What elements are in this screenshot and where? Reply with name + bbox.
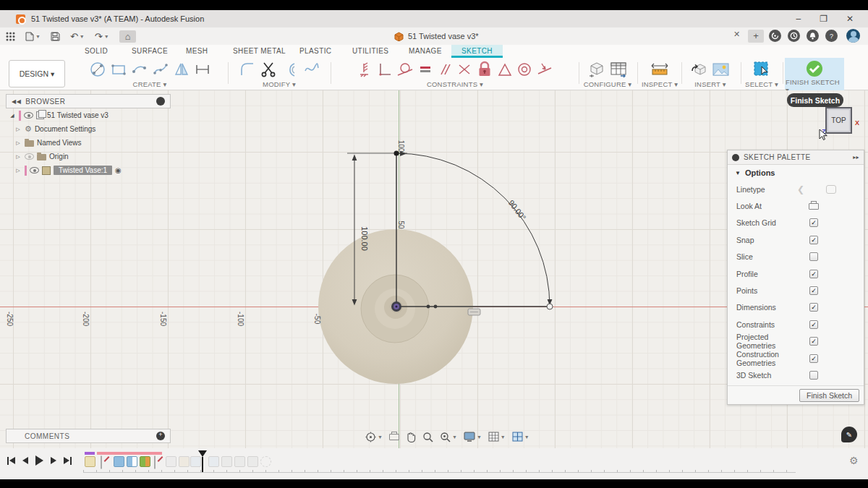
timeline-feature-suppressed-5[interactable] <box>221 456 232 467</box>
sketch-dimension-icon[interactable] <box>194 61 211 78</box>
browser-item-origin[interactable]: ▷ Origin <box>6 150 171 163</box>
section-caret-icon[interactable]: ▼ <box>735 170 741 176</box>
home-view-icon[interactable]: ⌂ <box>119 30 137 43</box>
timeline-feature-suppressed-4[interactable] <box>208 456 219 467</box>
timeline-feature-suppressed-1[interactable] <box>166 456 176 467</box>
tab-sketch[interactable]: SKETCH <box>451 45 503 58</box>
fix-lock-constraint-icon[interactable] <box>476 60 493 79</box>
browser-item-label[interactable]: Document Settings <box>35 125 96 133</box>
browser-item-label[interactable]: 51 Twisted vase v3 <box>47 111 109 119</box>
tab-sheet-metal[interactable]: SHEET METAL <box>223 45 296 58</box>
redo-icon[interactable]: ↷▼ <box>95 31 109 42</box>
concentric-constraint-icon[interactable] <box>516 61 532 77</box>
tab-solid[interactable]: SOLID <box>75 45 118 58</box>
zoom-icon[interactable] <box>422 432 433 442</box>
play-icon[interactable] <box>35 455 43 466</box>
close-button[interactable]: ✕ <box>846 14 854 24</box>
job-status-icon[interactable] <box>788 30 800 42</box>
configure-group-label[interactable]: CONFIGURE ▾ <box>584 80 632 89</box>
profile-checkbox[interactable]: ✓ <box>809 270 818 278</box>
browser-item-root[interactable]: ◢ 51 Twisted vase v3 <box>6 108 171 122</box>
collapsed-caret-icon[interactable]: ▷ <box>14 140 22 146</box>
timeline-feature-revolve[interactable] <box>114 456 124 467</box>
help-icon[interactable]: ? <box>825 30 838 42</box>
symmetry-constraint-icon[interactable] <box>497 61 513 77</box>
tab-plastic[interactable]: PLASTIC <box>289 45 341 58</box>
parallel-constraint-icon[interactable] <box>437 61 453 77</box>
timeline-playhead[interactable] <box>198 450 207 472</box>
browser-options-icon[interactable] <box>156 97 165 106</box>
extensions-icon[interactable] <box>769 30 781 42</box>
dimension-angle-90[interactable] <box>396 151 552 307</box>
linetype-chevron-icon[interactable]: ❮ <box>797 184 804 194</box>
mirror-tool-icon[interactable] <box>173 61 190 78</box>
slice-checkbox[interactable] <box>809 252 818 261</box>
restore-button[interactable]: ❐ <box>820 14 827 24</box>
timeline-feature-suppressed-2[interactable] <box>179 456 190 467</box>
dimensions-checkbox[interactable]: ✓ <box>809 303 818 312</box>
browser-item-label[interactable]: Named Views <box>37 139 82 147</box>
skip-to-start-icon[interactable] <box>7 457 15 465</box>
app-grid-icon[interactable] <box>6 32 15 41</box>
perpendicular-constraint-icon[interactable] <box>377 61 393 77</box>
constraints-checkbox[interactable]: ✓ <box>809 320 818 329</box>
collaboration-chat-icon[interactable]: ✎ <box>841 427 857 442</box>
sketch-grid-checkbox[interactable]: ✓ <box>809 218 818 227</box>
collinear-constraint-icon[interactable] <box>456 61 472 77</box>
equal-constraint-icon[interactable] <box>417 61 433 77</box>
finish-sketch-palette-button[interactable]: Finish Sketch <box>799 389 859 402</box>
timeline-feature-sketch-edit[interactable] <box>101 455 102 469</box>
timeline-feature-suppressed-7[interactable] <box>247 456 258 467</box>
finish-sketch-check-icon[interactable] <box>805 59 824 78</box>
look-at-icon[interactable] <box>389 434 399 440</box>
save-icon[interactable] <box>51 32 60 41</box>
collapsed-caret-icon[interactable]: ▷ <box>14 127 22 132</box>
skip-to-end-icon[interactable] <box>64 457 72 465</box>
palette-options-section[interactable]: ▼ Options <box>728 165 864 181</box>
activate-component-radio[interactable]: ◉ <box>115 166 122 174</box>
tab-close-icon[interactable]: ✕ <box>733 30 740 39</box>
select-tool-icon[interactable] <box>752 60 771 79</box>
3d-sketch-checkbox[interactable] <box>809 371 818 380</box>
design-workspace-dropdown[interactable]: DESIGN ▾ <box>9 60 65 87</box>
undo-icon[interactable]: ↶▼ <box>70 31 85 42</box>
tab-utilities[interactable]: UTILITIES <box>342 45 399 58</box>
tangent-constraint-icon[interactable] <box>396 61 414 77</box>
grid-settings-icon[interactable]: ▼ <box>488 432 506 442</box>
snap-checkbox[interactable]: ✓ <box>809 236 818 244</box>
inspect-group-label[interactable]: INSPECT ▾ <box>642 80 678 89</box>
points-checkbox[interactable]: ✓ <box>809 286 818 295</box>
projected-geometries-checkbox[interactable]: ✓ <box>809 337 818 346</box>
timeline-feature-suppressed-6[interactable] <box>234 456 245 467</box>
notifications-bell-icon[interactable] <box>807 30 819 42</box>
circle-tool-icon[interactable] <box>89 61 106 78</box>
tab-surface[interactable]: SURFACE <box>122 45 178 58</box>
sketch-lines[interactable] <box>394 151 553 310</box>
timeline-feature-shell[interactable] <box>127 456 137 467</box>
constraints-group-label[interactable]: CONSTRAINTS ▾ <box>427 80 483 89</box>
model-canvas[interactable]: 100.00 90.00° 100 50 -250 -200 -150 -100… <box>0 90 868 448</box>
visibility-eye-icon[interactable] <box>30 167 39 174</box>
coincident-constraint-icon[interactable] <box>357 61 373 77</box>
viewcube-face-label[interactable]: TOP <box>831 116 846 124</box>
display-settings-icon[interactable]: ▼ <box>464 432 482 442</box>
expand-caret-icon[interactable]: ◢ <box>9 113 16 119</box>
file-menu-icon[interactable]: ▼ <box>25 32 41 41</box>
profile-avatar[interactable] <box>846 29 860 43</box>
browser-header[interactable]: ◀◀ BROWSER <box>6 94 171 108</box>
new-tab-button[interactable]: + <box>748 30 764 43</box>
arc-tool-icon[interactable] <box>131 61 148 78</box>
offset-tool-icon[interactable] <box>282 61 299 78</box>
modify-group-label[interactable]: MODIFY ▾ <box>263 80 296 89</box>
collapsed-caret-icon[interactable]: ▷ <box>14 168 22 174</box>
configure-cube-icon[interactable] <box>588 61 605 78</box>
comments-panel[interactable]: COMMENTS + <box>6 429 171 443</box>
midpoint-constraint-icon[interactable] <box>536 61 553 77</box>
insert-derive-icon[interactable] <box>691 61 708 78</box>
timeline-feature-sketch-edit-2[interactable] <box>154 455 156 469</box>
browser-item-twisted-vase[interactable]: ▷ Twisted Vase:1 ◉ <box>6 163 171 177</box>
tab-manage[interactable]: MANAGE <box>399 45 452 58</box>
viewcube[interactable]: TOP <box>825 107 852 134</box>
measure-ruler-icon[interactable] <box>650 61 670 77</box>
construction-geometries-checkbox[interactable]: ✓ <box>809 354 818 363</box>
